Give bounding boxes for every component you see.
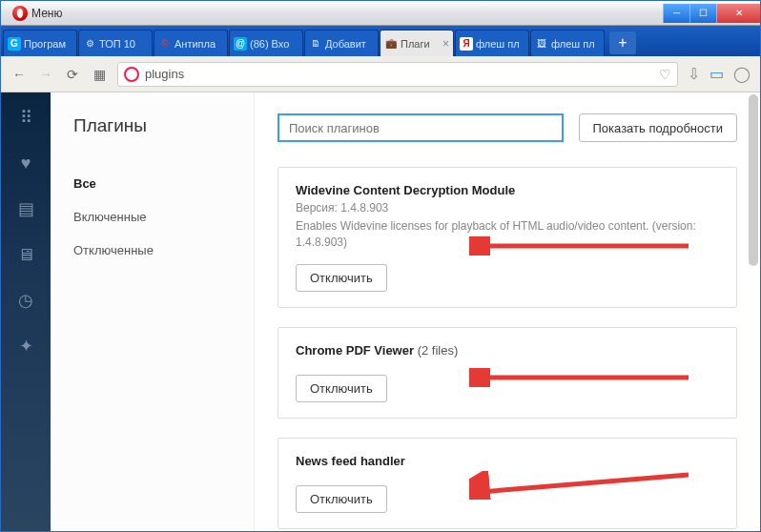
tab-close-icon[interactable]: × bbox=[442, 37, 449, 51]
scrollbar[interactable] bbox=[749, 94, 758, 529]
plugin-card-news: News feed handler Отключить bbox=[278, 438, 737, 529]
tab-3[interactable]: @(86) Вхо bbox=[229, 30, 303, 56]
plugin-card-pdf: Chrome PDF Viewer (2 files) Отключить bbox=[278, 327, 737, 419]
new-tab-button[interactable]: + bbox=[609, 31, 636, 54]
minimize-button[interactable]: ─ bbox=[663, 4, 689, 23]
tab-icon: G bbox=[8, 37, 21, 51]
yandex-icon: Я bbox=[460, 37, 473, 51]
menu-label: Меню bbox=[31, 7, 62, 20]
tab-strip: GПрограм ⚙ТОП 10 ©Антипла @(86) Вхо 🗎Доб… bbox=[1, 26, 760, 56]
history-icon[interactable]: ◷ bbox=[14, 289, 37, 312]
document-icon: 🗎 bbox=[309, 37, 322, 51]
window-controls: ─ ☐ ✕ bbox=[663, 4, 760, 23]
address-field[interactable]: ♡ bbox=[117, 62, 678, 87]
copyright-icon: © bbox=[158, 37, 172, 51]
content-area: Показать подробности Widevine Content De… bbox=[255, 92, 760, 531]
heart-icon[interactable]: ♡ bbox=[659, 67, 671, 82]
news-icon[interactable]: ▤ bbox=[14, 197, 37, 220]
disable-button[interactable]: Отключить bbox=[296, 375, 387, 402]
window-titlebar: Меню ─ ☐ ✕ bbox=[1, 1, 760, 26]
devices-icon[interactable]: 🖥 bbox=[14, 243, 37, 266]
speed-dial-icon[interactable]: ▦ bbox=[91, 67, 108, 82]
scroll-thumb[interactable] bbox=[749, 94, 758, 266]
menu-button[interactable]: Меню bbox=[7, 4, 68, 23]
grid-icon[interactable]: ⠿ bbox=[14, 106, 37, 129]
plugin-title: Chrome PDF Viewer (2 files) bbox=[296, 343, 719, 358]
address-input[interactable] bbox=[145, 67, 653, 81]
tab-4[interactable]: 🗎Добавит bbox=[304, 30, 379, 56]
plugin-title: News feed handler bbox=[296, 454, 719, 468]
briefcase-icon: 💼 bbox=[384, 37, 398, 51]
main-area: ⠿ ♥ ▤ 🖥 ◷ ✦ Плагины Все Включенные Отклю… bbox=[1, 92, 760, 531]
extensions-icon[interactable]: ✦ bbox=[14, 335, 37, 358]
plugin-card-widevine: Widevine Content Decryption Module Верси… bbox=[278, 167, 737, 308]
sidebar-item-all[interactable]: Все bbox=[73, 167, 231, 200]
heart-rail-icon[interactable]: ♥ bbox=[14, 152, 37, 174]
forward-button[interactable]: → bbox=[37, 67, 54, 82]
plugin-title: Widevine Content Decryption Module bbox=[296, 183, 719, 197]
tab-5-active[interactable]: 💼Плаги× bbox=[380, 30, 454, 56]
plugin-version: Версия: 1.4.8.903 bbox=[296, 201, 719, 215]
tab-7[interactable]: 🖼флеш пл bbox=[530, 30, 605, 56]
download-icon[interactable]: ⇩ bbox=[688, 65, 700, 83]
tab-1[interactable]: ⚙ТОП 10 bbox=[78, 30, 153, 56]
tab-6[interactable]: Яфлеш пл bbox=[455, 30, 529, 56]
profile-icon[interactable]: ◯ bbox=[733, 65, 751, 83]
search-input[interactable] bbox=[278, 113, 564, 142]
mail-icon: @ bbox=[234, 37, 247, 51]
sidebar-item-disabled[interactable]: Отключенные bbox=[73, 234, 231, 267]
opera-icon bbox=[12, 6, 28, 21]
page-title: Плагины bbox=[73, 115, 231, 136]
plugin-description: Enables Widevine licenses for playback o… bbox=[296, 218, 696, 251]
sidebar-item-enabled[interactable]: Включенные bbox=[73, 200, 231, 234]
maximize-button[interactable]: ☐ bbox=[689, 4, 716, 23]
tab-0[interactable]: GПрограм bbox=[3, 30, 77, 56]
disable-button[interactable]: Отключить bbox=[296, 485, 387, 513]
opera-o-icon bbox=[124, 67, 139, 82]
image-icon: 🖼 bbox=[535, 37, 548, 51]
battery-icon[interactable]: ▭ bbox=[710, 65, 724, 83]
close-button[interactable]: ✕ bbox=[716, 4, 760, 23]
reload-button[interactable]: ⟳ bbox=[64, 67, 81, 82]
back-button[interactable]: ← bbox=[10, 67, 28, 82]
address-bar: ← → ⟳ ▦ ♡ ⇩ ▭ ◯ bbox=[1, 56, 760, 92]
tab-2[interactable]: ©Антипла bbox=[154, 30, 228, 56]
disable-button[interactable]: Отключить bbox=[296, 264, 387, 292]
gear-icon: ⚙ bbox=[83, 37, 96, 51]
left-rail: ⠿ ♥ ▤ 🖥 ◷ ✦ bbox=[1, 92, 51, 531]
show-details-button[interactable]: Показать подробности bbox=[579, 113, 737, 142]
sidebar: Плагины Все Включенные Отключенные bbox=[51, 92, 255, 531]
